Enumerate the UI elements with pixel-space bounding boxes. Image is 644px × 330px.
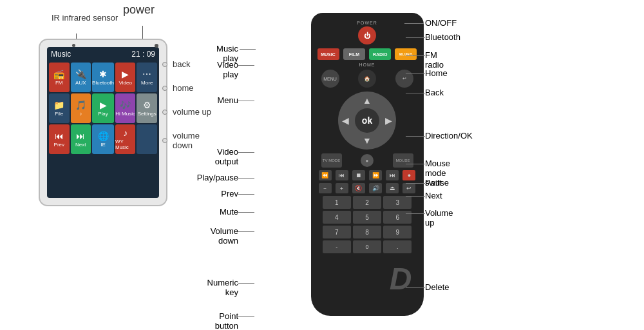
mouse-button[interactable]: MOUSE — [393, 153, 413, 168]
num-9[interactable]: 9 — [383, 226, 412, 238]
return-button[interactable]: ↩ — [395, 70, 413, 88]
power-text: POWER — [316, 21, 419, 25]
dpad-right[interactable]: ▶ — [385, 115, 392, 126]
music-play-line — [240, 49, 256, 50]
del-ann: Delete — [425, 282, 450, 292]
prev-ann: Prev — [221, 189, 238, 199]
mute-btn[interactable]: 🔇 — [352, 183, 365, 193]
num-3[interactable]: 3 — [383, 196, 412, 209]
num-7[interactable]: 7 — [323, 226, 351, 238]
ie-cell[interactable]: 🌐IE — [92, 124, 114, 154]
num-2[interactable]: 2 — [353, 196, 381, 209]
volup-button[interactable] — [162, 110, 167, 115]
play-pause-line — [238, 178, 254, 179]
tvmode-button[interactable]: TV MODE — [321, 153, 342, 168]
film-mode-btn[interactable]: FILM — [343, 48, 365, 60]
next-icon: ⏭ — [76, 131, 85, 141]
file-cell[interactable]: 📁File — [49, 93, 70, 123]
next-ann: Next — [425, 191, 442, 200]
dpad-up[interactable]: ▲ — [363, 95, 372, 106]
video-output-ann: Video output — [215, 147, 238, 166]
dpad-down[interactable]: ▼ — [363, 135, 372, 146]
fm-line — [406, 55, 425, 56]
back-button-row: back — [162, 59, 211, 69]
rec-button[interactable]: ● — [402, 170, 415, 180]
screen-title: Music — [51, 50, 71, 59]
settings-cell[interactable]: ⚙Settings — [137, 93, 157, 123]
prev-transport-btn[interactable]: ⏮ — [336, 170, 348, 180]
himusic-label: Hi Music — [115, 111, 135, 117]
next-cell[interactable]: ⏭Next — [71, 124, 91, 154]
pause-ann: Pause — [425, 178, 449, 188]
himusic-icon: 🎶 — [120, 101, 131, 110]
bt-cell[interactable]: ✱Bluetooth — [92, 63, 114, 92]
dpad[interactable]: ▲ ▼ ◀ ▶ ok — [338, 92, 396, 150]
back-button[interactable] — [162, 62, 167, 67]
home-button[interactable] — [162, 86, 167, 91]
home-ann: Home — [425, 68, 448, 78]
settings-icon: ⚙ — [143, 101, 151, 110]
power-label: power — [123, 3, 155, 17]
volup-label: volume up — [173, 107, 211, 117]
aux-icon: 🔌 — [75, 70, 86, 79]
menu-return-row: MENU 🏠 ↩ — [316, 70, 419, 88]
prev-cell[interactable]: ⏮Prev — [49, 124, 70, 154]
music-label: ♪ — [79, 111, 82, 117]
vol-up3-btn[interactable]: 🔊 — [369, 183, 382, 193]
ff-button[interactable]: ⏩ — [369, 170, 382, 180]
himusic-cell[interactable]: 🎶Hi Music — [115, 93, 136, 123]
home-button-remote[interactable]: 🏠 — [358, 70, 376, 88]
num-1[interactable]: 1 — [323, 196, 351, 209]
extra-btn2[interactable]: ↩ — [402, 183, 415, 193]
power-button[interactable]: ⏻ — [358, 26, 376, 44]
num-0[interactable]: 0 — [353, 240, 381, 253]
extra-btn[interactable]: ⏏ — [386, 183, 399, 193]
d-logo: D — [390, 261, 412, 296]
video-cell[interactable]: ▶Video — [115, 63, 136, 92]
tvmode-row: TV MODE ● MOUSE — [316, 153, 419, 168]
video-icon: ▶ — [122, 70, 129, 79]
radio-mode-btn[interactable]: RADIO — [369, 48, 391, 60]
dot-btn[interactable]: . — [383, 240, 412, 253]
rew-button[interactable]: ⏪ — [319, 170, 332, 180]
wy-icon: ♪ — [123, 128, 128, 137]
video-play-line — [238, 65, 254, 66]
dash-btn[interactable]: - — [323, 240, 351, 253]
menu-line — [238, 101, 254, 101]
tablet-screen: Music 21 : 09 📻FM 🔌AUX ✱Bluetooth ▶Video… — [47, 47, 159, 198]
next-transport-btn[interactable]: ⏭ — [386, 170, 399, 180]
num-6[interactable]: 6 — [383, 211, 412, 224]
ie-icon: 🌐 — [98, 131, 109, 141]
voldn-button-row: volumedown — [162, 131, 211, 150]
voldn-button[interactable] — [162, 138, 167, 143]
ok-button[interactable]: ok — [355, 108, 379, 133]
more-cell[interactable]: ⋯More — [137, 63, 157, 92]
dpad-left[interactable]: ◀ — [342, 115, 349, 126]
stop-button[interactable]: ⏹ — [352, 170, 365, 180]
num-8[interactable]: 8 — [353, 226, 381, 238]
next-line — [406, 196, 425, 197]
music-cell[interactable]: 🎵♪ — [71, 93, 91, 123]
vol-up2-btn[interactable]: ＋ — [336, 183, 348, 193]
play-label: Play — [98, 111, 108, 117]
bt-label: Bluetooth — [92, 80, 114, 86]
numpad: 1 2 3 4 5 6 7 8 9 — [316, 196, 419, 238]
power-indicator — [155, 44, 158, 48]
voldn-line — [238, 231, 254, 232]
ir-sensor-label: IR infrared sensor — [52, 13, 118, 23]
vol-down-btn[interactable]: － — [319, 183, 332, 193]
music-mode-btn[interactable]: MUSIC — [317, 48, 339, 60]
fm-cell[interactable]: 📻FM — [49, 63, 70, 92]
wy-cell[interactable]: ♪WY Music — [115, 124, 136, 154]
menu-button[interactable]: MENU — [321, 70, 339, 88]
bt-mode-btn[interactable]: BLUET. — [395, 48, 417, 60]
aux-cell[interactable]: 🔌AUX — [71, 63, 91, 92]
fm-icon: 📻 — [53, 70, 64, 79]
play-cell[interactable]: ▶Play — [92, 93, 114, 123]
num-4[interactable]: 4 — [323, 211, 351, 224]
more-icon: ⋯ — [142, 70, 151, 79]
voldn-label: volumedown — [173, 131, 200, 150]
extra-cell — [137, 124, 157, 154]
num-5[interactable]: 5 — [353, 211, 381, 224]
bt-line — [406, 37, 425, 38]
